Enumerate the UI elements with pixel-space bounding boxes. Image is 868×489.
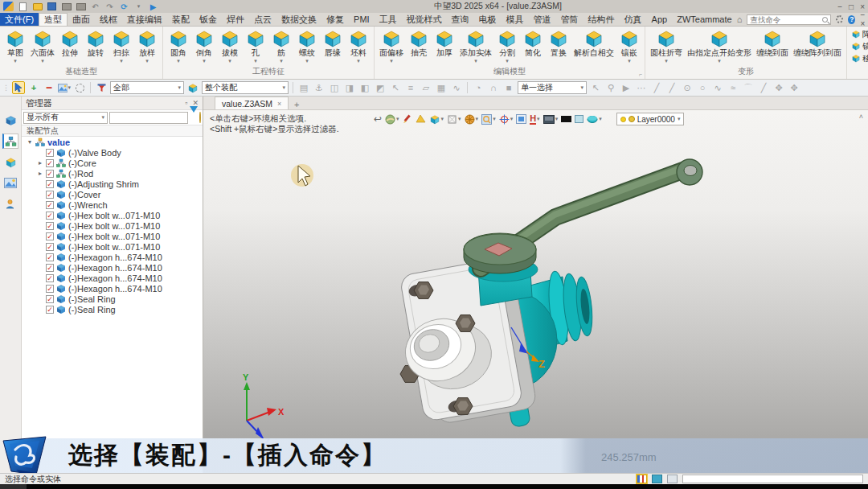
home-icon[interactable]: ⌂ bbox=[737, 14, 743, 24]
snap-hand-icon-2[interactable]: ✥ bbox=[788, 81, 800, 94]
menu-tab-管道[interactable]: 管道 bbox=[529, 13, 556, 26]
tree-item[interactable]: ✓(-)Hexagon h...674-M10 bbox=[22, 262, 203, 273]
visual-manager-icon[interactable] bbox=[2, 154, 18, 170]
snap-center-icon[interactable]: ⊙ bbox=[681, 81, 694, 94]
tree-display-icon[interactable] bbox=[199, 113, 201, 122]
align-icon-1[interactable]: ◫ bbox=[328, 81, 341, 94]
ribbon-button-缠绕阵列到面[interactable]: 缠绕阵列到面 bbox=[792, 28, 843, 59]
settings-gear-icon[interactable] bbox=[836, 15, 843, 23]
menu-tab-焊件[interactable]: 焊件 bbox=[222, 13, 249, 26]
ribbon-button-放样[interactable]: 放样▾ bbox=[135, 28, 159, 64]
play-icon[interactable]: ▶ bbox=[148, 2, 158, 11]
ribbon-button-添加实体[interactable]: 添加实体▾ bbox=[458, 28, 493, 64]
lasso-icon[interactable] bbox=[73, 81, 86, 94]
history-manager-icon[interactable] bbox=[2, 113, 18, 128]
tree-search-input[interactable] bbox=[109, 112, 188, 124]
dropdown-arrow-icon[interactable]: ▾ bbox=[474, 58, 477, 64]
snap-hand-icon-1[interactable]: ✥ bbox=[772, 81, 785, 94]
snap-curve-icon[interactable]: ≈ bbox=[727, 81, 739, 94]
ribbon-button-抽壳[interactable]: 抽壳 bbox=[407, 28, 431, 59]
menu-tab-曲面[interactable]: 曲面 bbox=[68, 13, 95, 26]
dropdown-arrow-icon[interactable]: ▾ bbox=[203, 58, 206, 64]
visibility-checkbox[interactable]: ✓ bbox=[46, 285, 54, 293]
tree-item[interactable]: ✓(-)Hexagon h...674-M10 bbox=[22, 252, 203, 262]
visibility-checkbox[interactable]: ✓ bbox=[46, 222, 54, 230]
document-tab[interactable]: value.Z3ASM × bbox=[215, 97, 289, 109]
tree-item[interactable]: ✓(-)Hex bolt w...071-M10 bbox=[22, 210, 203, 220]
tree-item[interactable]: ✓(-)Hexagon h...674-M10 bbox=[22, 273, 203, 283]
undo-icon[interactable]: ↶ bbox=[90, 2, 100, 11]
dropdown-arrow-icon[interactable]: ▾ bbox=[120, 58, 123, 64]
tab-close-icon[interactable]: × bbox=[277, 100, 281, 108]
snap-line-icon-1[interactable]: ╱ bbox=[650, 81, 663, 94]
tree-filter-icon[interactable] bbox=[190, 113, 198, 122]
tree-item[interactable]: ▸✓(-)Rod bbox=[22, 168, 203, 179]
visibility-checkbox[interactable]: ✓ bbox=[46, 201, 54, 209]
tree-item[interactable]: ✓(-)Hex bolt w...071-M10 bbox=[22, 220, 203, 231]
expander-icon[interactable]: ▸ bbox=[37, 159, 43, 166]
pick-arrow-icon[interactable] bbox=[12, 81, 25, 94]
tree-root-node[interactable]: ▾value bbox=[22, 137, 203, 147]
pick-mode-select[interactable]: 单一选择▾ bbox=[518, 81, 587, 94]
command-search-input[interactable] bbox=[750, 15, 822, 24]
visibility-checkbox[interactable]: ✓ bbox=[46, 274, 54, 282]
ribbon-button-筋[interactable]: 筋▾ bbox=[269, 28, 293, 64]
menu-tab-工具[interactable]: 工具 bbox=[375, 13, 402, 26]
ribbon-button-圆柱折弯[interactable]: 圆柱折弯▾ bbox=[649, 28, 684, 64]
menu-tab-仿真[interactable]: 仿真 bbox=[620, 13, 647, 26]
valve-assembly-model[interactable]: Z bbox=[397, 159, 702, 427]
snap-dots-icon[interactable]: ⋯ bbox=[635, 81, 648, 94]
tree-item[interactable]: ✓(-)Wrench bbox=[22, 199, 203, 210]
snap-spline-icon[interactable]: ∿ bbox=[711, 81, 724, 94]
dropdown-arrow-icon[interactable]: ▾ bbox=[145, 58, 149, 64]
ribbon-button-螺纹[interactable]: 螺纹▾ bbox=[295, 28, 319, 64]
constraint-icon-2[interactable]: ⚓ bbox=[313, 81, 326, 94]
visibility-checkbox[interactable]: ✓ bbox=[46, 180, 54, 188]
graphics-viewport[interactable]: value.Z3ASM × + <单击右键>环境相关选项. <Shift +鼠标… bbox=[203, 97, 868, 473]
ribbon-button-草图[interactable]: 草图▾ bbox=[3, 28, 27, 64]
align-icon-2[interactable]: ◨ bbox=[343, 81, 356, 94]
redo-icon[interactable]: ↷ bbox=[104, 2, 115, 11]
ribbon-button-移动[interactable]: 移动▾ bbox=[850, 53, 868, 64]
visibility-checkbox[interactable]: ✓ bbox=[46, 191, 54, 199]
menu-tab-file[interactable]: 文件(F) bbox=[0, 13, 39, 26]
curve-tool-icon[interactable]: ∿ bbox=[450, 81, 463, 94]
snap-pin-icon[interactable]: ⚲ bbox=[604, 81, 617, 94]
tree-item[interactable]: ✓(-)Hex bolt w...071-M10 bbox=[22, 241, 203, 252]
snap-arc-icon[interactable]: ⌒ bbox=[742, 81, 755, 94]
visibility-checkbox[interactable]: ✓ bbox=[46, 295, 54, 303]
remove-selection-icon[interactable]: ━ bbox=[43, 81, 55, 94]
add-selection-icon[interactable]: + bbox=[27, 81, 40, 94]
ribbon-button-拔模[interactable]: 拔模▾ bbox=[218, 28, 242, 64]
new-file-icon[interactable] bbox=[18, 2, 28, 11]
snap-circle-icon[interactable]: ○ bbox=[696, 81, 709, 94]
dropdown-arrow-icon[interactable]: ▾ bbox=[254, 58, 257, 64]
dropdown-arrow-icon[interactable]: ▾ bbox=[305, 58, 309, 64]
menu-tab-PMI[interactable]: PMI bbox=[349, 13, 375, 26]
ribbon-button-唇缘[interactable]: 唇缘 bbox=[321, 28, 345, 59]
visibility-checkbox[interactable]: ✓ bbox=[46, 212, 54, 220]
dropdown-arrow-icon[interactable]: ▾ bbox=[14, 58, 17, 64]
snap-slash-icon[interactable]: ╱ bbox=[757, 81, 770, 94]
expander-icon[interactable]: ▾ bbox=[27, 138, 33, 146]
quick-access-dropdown-icon[interactable]: ▾ bbox=[133, 2, 144, 11]
tree-item[interactable]: ✓(-)Seal Ring bbox=[22, 304, 203, 314]
menu-tab-装配[interactable]: 装配 bbox=[167, 13, 194, 26]
menu-tab-直接编辑[interactable]: 直接编辑 bbox=[122, 13, 167, 26]
ribbon-button-解析自相交[interactable]: 解析自相交 bbox=[572, 28, 616, 59]
expander-icon[interactable]: ▸ bbox=[37, 170, 43, 177]
menu-tab-电极[interactable]: 电极 bbox=[474, 13, 502, 26]
snap-pointer-icon[interactable]: ↖ bbox=[589, 81, 602, 94]
tree-item[interactable]: ✓(-)Hexagon h...674-M10 bbox=[22, 283, 203, 294]
scope-filter-select[interactable]: 全部▾ bbox=[110, 81, 184, 94]
arc-tool-icon[interactable]: ∩ bbox=[487, 81, 500, 94]
regenerate-icon[interactable]: ⟳ bbox=[119, 2, 129, 11]
ribbon-button-镜像几何体[interactable]: 镜像几何体▾ bbox=[850, 41, 868, 52]
panel-minimize-icon[interactable]: ▫ bbox=[185, 99, 187, 107]
open-folder-icon[interactable] bbox=[32, 2, 43, 11]
tree-item[interactable]: ✓(-)Adjusting Shrim bbox=[22, 179, 203, 189]
dropdown-arrow-icon[interactable]: ▾ bbox=[228, 58, 231, 64]
constraint-icon-1[interactable]: ▤ bbox=[297, 81, 310, 94]
pointer-tool-icon[interactable]: ↖ bbox=[389, 81, 402, 94]
visibility-checkbox[interactable]: ✓ bbox=[46, 232, 54, 240]
